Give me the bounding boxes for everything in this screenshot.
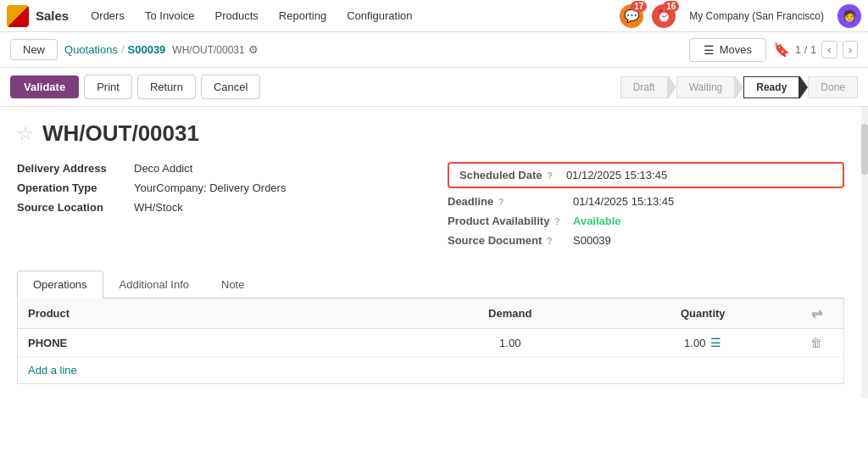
field-label-0: Delivery Address	[17, 162, 127, 175]
table-area: Product Demand Quantity ⇌ PHONE 1.00 1.0…	[17, 299, 844, 384]
scheduled-date-help-icon[interactable]: ?	[547, 170, 553, 181]
table-row: PHONE 1.00 1.00 ☰ 🗑	[18, 329, 843, 357]
fields-right: Scheduled Date ?01/12/2025 15:13:45Deadl…	[448, 162, 844, 254]
scrollbar-thumb[interactable]	[861, 124, 868, 175]
scheduled-date-box: Scheduled Date ?01/12/2025 15:13:45	[448, 162, 844, 188]
record-counter: 1 / 1	[795, 43, 816, 56]
messages-icon-wrap[interactable]: 💬 17	[620, 4, 643, 28]
field-right-1: Deadline ?01/14/2025 15:13:45	[448, 195, 844, 208]
main-content: ☆ WH/OUT/00031 Delivery AddressDeco Addi…	[0, 107, 861, 398]
col-header-actions: ⇌	[799, 305, 833, 321]
delete-row-icon[interactable]: 🗑	[799, 336, 833, 349]
breadcrumb-quotations[interactable]: Quotations	[64, 43, 118, 56]
qty-number: 1.00	[684, 337, 705, 349]
hamburger-icon: ☰	[704, 43, 715, 57]
breadcrumb-separator: /	[121, 43, 125, 56]
field-right-label-1: Deadline ?	[448, 195, 566, 208]
record-navigation: 🔖 1 / 1 ‹ ›	[773, 41, 858, 59]
field-left-1: Operation TypeYourCompany: Delivery Orde…	[17, 181, 414, 194]
product-name: PHONE	[28, 337, 414, 349]
gear-icon[interactable]: ⚙	[248, 43, 259, 56]
avatar-initial: 🧑	[843, 9, 856, 22]
favorite-star-icon[interactable]: ☆	[17, 123, 34, 145]
field-value-0: Deco Addict	[134, 162, 192, 175]
validate-button[interactable]: Validate	[10, 75, 79, 98]
tabs-bar: OperationsAdditional InfoNote	[17, 271, 844, 299]
bookmark-icon[interactable]: 🔖	[773, 42, 790, 58]
nav-configuration[interactable]: Configuration	[338, 6, 420, 25]
clock-icon-wrap[interactable]: ⏰ 16	[652, 4, 676, 28]
quantity-value: 1.00 ☰	[607, 336, 800, 349]
table-header: Product Demand Quantity ⇌	[18, 299, 843, 329]
col-header-product: Product	[28, 307, 414, 320]
fields-left: Delivery AddressDeco AddictOperation Typ…	[17, 162, 414, 254]
moves-button[interactable]: ☰ Moves	[689, 38, 766, 62]
action-bar: Validate Print Return Cancel DraftWaitin…	[0, 68, 868, 107]
scheduled-date-value: 01/12/2025 15:13:45	[566, 169, 667, 181]
nav-to-invoice[interactable]: To Invoice	[136, 6, 203, 25]
top-navigation: Sales Orders To Invoice Products Reporti…	[0, 0, 868, 32]
status-label-waiting: Waiting	[676, 76, 736, 98]
add-line-button[interactable]: Add a line	[18, 357, 843, 383]
field-value-1: YourCompany: Delivery Orders	[134, 181, 286, 194]
col-header-demand: Demand	[414, 307, 607, 320]
status-stage-ready[interactable]: Ready	[743, 75, 808, 99]
status-label-ready: Ready	[743, 76, 799, 98]
field-left-2: Source LocationWH/Stock	[17, 201, 414, 214]
main-area: ☆ WH/OUT/00031 Delivery AddressDeco Addi…	[0, 107, 861, 398]
document-title-row: ☆ WH/OUT/00031	[17, 120, 844, 147]
field-right-value-1: 01/14/2025 15:13:45	[573, 195, 674, 208]
field-value-2: WH/Stock	[134, 201, 183, 214]
breadcrumb-sub: WH/OUT/00031 ⚙	[172, 43, 258, 56]
field-right-2: Product Availability ?Available	[448, 215, 844, 227]
field-right-value-3: S00039	[573, 234, 611, 247]
app-name: Sales	[36, 8, 69, 23]
status-stage-waiting[interactable]: Waiting	[676, 75, 744, 99]
tab-operations[interactable]: Operations	[17, 271, 103, 299]
status-stage-done[interactable]: Done	[808, 76, 858, 98]
field-right-help-2[interactable]: ?	[554, 216, 560, 226]
clock-badge: 16	[663, 1, 679, 12]
breadcrumb-doc-ref: WH/OUT/00031	[172, 44, 244, 56]
breadcrumb: Quotations / S00039	[64, 43, 165, 56]
company-name: My Company (San Francisco)	[689, 10, 824, 22]
nav-products[interactable]: Products	[206, 6, 266, 25]
col-header-quantity: Quantity	[607, 307, 800, 320]
breadcrumb-s00039[interactable]: S00039	[128, 43, 166, 56]
field-label-2: Source Location	[17, 201, 127, 214]
status-arrow-0	[668, 75, 676, 99]
scrollbar[interactable]	[861, 107, 868, 398]
status-arrow-2	[799, 75, 808, 99]
field-right-3: Source Document ?S00039	[448, 234, 844, 247]
moves-label: Moves	[720, 43, 752, 56]
field-right-label-2: Product Availability ?	[448, 215, 566, 227]
messages-badge: 17	[631, 1, 647, 12]
nav-orders[interactable]: Orders	[82, 6, 133, 25]
document-title: WH/OUT/00031	[42, 120, 199, 147]
status-pipeline: DraftWaitingReadyDone	[620, 75, 858, 99]
prev-record-button[interactable]: ‹	[821, 41, 837, 59]
field-left-0: Delivery AddressDeco Addict	[17, 162, 414, 175]
nav-icons-area: 💬 17 ⏰ 16 My Company (San Francisco) 🧑	[620, 4, 861, 28]
print-button[interactable]: Print	[84, 75, 132, 99]
return-button[interactable]: Return	[137, 75, 196, 99]
breadcrumb-bar: New Quotations / S00039 WH/OUT/00031 ⚙ ☰…	[0, 32, 868, 68]
detail-list-icon[interactable]: ☰	[710, 336, 721, 349]
next-record-button[interactable]: ›	[843, 41, 858, 59]
field-right-value-2: Available	[573, 215, 621, 227]
field-right-label-3: Source Document ?	[448, 234, 566, 247]
new-button[interactable]: New	[10, 39, 58, 60]
field-label-1: Operation Type	[17, 181, 127, 194]
scheduled-date-label: Scheduled Date ?	[459, 169, 553, 181]
status-stage-draft[interactable]: Draft	[620, 75, 676, 99]
cancel-button[interactable]: Cancel	[201, 75, 260, 99]
tab-note[interactable]: Note	[205, 271, 260, 298]
tab-additional-info[interactable]: Additional Info	[103, 271, 205, 298]
nav-reporting[interactable]: Reporting	[270, 6, 335, 25]
field-right-help-1[interactable]: ?	[498, 197, 504, 207]
field-right-help-3[interactable]: ?	[547, 236, 553, 246]
content-wrapper: ☆ WH/OUT/00031 Delivery AddressDeco Addi…	[0, 107, 868, 398]
app-logo[interactable]	[7, 5, 29, 27]
demand-value: 1.00	[414, 337, 607, 349]
user-avatar[interactable]: 🧑	[837, 4, 861, 28]
